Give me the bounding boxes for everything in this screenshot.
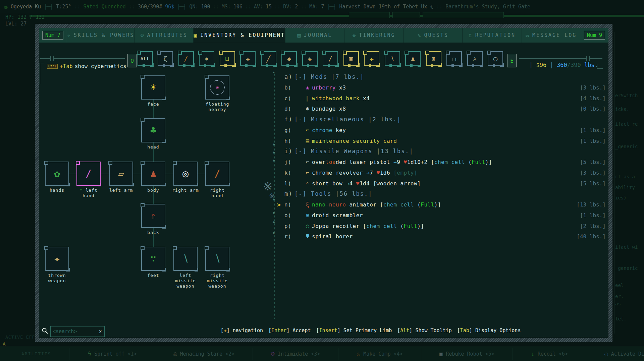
text-segment: ♥ (356, 180, 360, 187)
text-segment: droid scrambler (312, 212, 363, 219)
filter-missile-weapons[interactable]: ∖ (385, 51, 400, 66)
equipment-slot-thrown-weapon[interactable]: ✦ (45, 247, 69, 271)
tab-quests[interactable]: ✎QUESTS (403, 28, 462, 43)
search-input[interactable] (51, 328, 99, 335)
inventory-item-row[interactable]: l)⌒short bow →4 ♥1d4 [wooden arrow][5 lb… (284, 178, 606, 189)
tab-tinkering[interactable]: ⚒TINKERING (344, 28, 403, 43)
corner-tick (328, 64, 330, 67)
equipment-slot-feet[interactable]: ∵ (141, 247, 165, 271)
filter-applicators-icon: ✚ (246, 55, 250, 63)
bracket: ] (337, 327, 343, 334)
divider (597, 68, 603, 69)
inventory-item-row[interactable]: g)⌐chrome key[1 lbs.] (284, 125, 606, 136)
bracket: ] (286, 327, 292, 334)
filter-rings[interactable]: ◯ (488, 51, 503, 66)
equipment-slot-right-missile-weapon[interactable]: ∖ (205, 247, 229, 271)
filter-preserves-jar[interactable]: ⊔ (220, 51, 235, 66)
item-name: droid scrambler (312, 212, 363, 219)
filter-tonics[interactable]: ✚ (364, 51, 379, 66)
equipment-slot-left-missile-weapon[interactable]: ∖ (173, 247, 198, 271)
slot-label-line: left arm (103, 188, 140, 193)
filter-wands[interactable]: ∕ (323, 51, 338, 66)
equipment-slot-right-hand[interactable]: ∕ (205, 162, 229, 186)
equipment-slot-left-arm[interactable]: ▱ (109, 162, 133, 186)
item-name: bandage x8 (312, 106, 346, 112)
filter-creature-parts[interactable]: ✶ (199, 51, 214, 66)
tab-inventory-equipment[interactable]: ▣INVENTORY & EQUIPMENT (193, 28, 285, 43)
equipment-slot-left-hand[interactable]: ∕ (76, 162, 101, 186)
inventory-item-row[interactable]: c)∥witchwood bark x4[4 lbs.] (284, 93, 606, 104)
item-hotkey-letter: c) (284, 93, 294, 104)
text-segment: ( (397, 223, 404, 229)
inventory-item-row[interactable]: >n)ξnano-neuro animator [chem cell (Full… (284, 199, 606, 210)
equipment-slot-head[interactable]: ♣ (141, 118, 165, 142)
text-segment: chem cell (383, 201, 414, 208)
tab-attributes[interactable]: ☺ATTRIBUTES (134, 28, 193, 43)
divider-ornament: ◆ (273, 231, 275, 235)
tab-message-log[interactable]: ✉MESSAGE LOG (522, 28, 581, 43)
inventory-item-row[interactable]: j)⌐overloaded laser pistol →9 ♥1d10+2 [c… (284, 157, 606, 168)
inventory-item-row[interactable]: k)⌐chrome revolver →7 ♥1d6 [empty][3 lbs… (284, 168, 606, 178)
inventory-item-row[interactable]: b)❀urberry x3[3 lbs.] (284, 82, 606, 93)
corner-tick (431, 64, 433, 67)
equipment-slot-face[interactable]: ☀ (141, 75, 165, 100)
inventory-category-row[interactable]: m)[-] Tools |56 lbs.| (284, 189, 606, 199)
text-segment: → (346, 180, 349, 187)
inventory-item-row[interactable]: r)Ψspiral borer[40 lbs.] (284, 231, 606, 242)
bracket: [ (221, 327, 224, 334)
text-segment: ( (414, 201, 421, 208)
filter-bones[interactable]: ╱ (261, 51, 276, 66)
slot-label-line: weapon (199, 284, 236, 289)
inventory-item-row[interactable]: p)◎Joppa recoiler [chem cell (Full)][2 l… (284, 221, 606, 232)
tab-journal[interactable]: ▤JOURNAL (285, 28, 344, 43)
filter-figurines[interactable]: ♟ (405, 51, 421, 66)
equipment-slot-floating-nearby[interactable]: ✳ (205, 75, 229, 100)
inventory-category-row[interactable]: f)[-] Miscellaneous |2 lbs.| (284, 114, 606, 125)
inventory-category-row[interactable]: i)[-] Missile Weapons |13 lbs.| (284, 146, 606, 157)
filter-applicators[interactable]: ✚ (240, 51, 256, 66)
divider-ornament: ◆ (273, 220, 275, 224)
equipment-slot-body[interactable]: ♟ (141, 162, 165, 186)
divider-tree-ornament: ※ (263, 180, 273, 193)
filter-books[interactable]: ❏ (446, 51, 462, 66)
filter-torches[interactable]: ∕ (178, 51, 194, 66)
filter-armor[interactable]: ♙ (467, 51, 483, 66)
inventory-category-row[interactable]: a)[-] Meds |7 lbs.| (284, 72, 606, 82)
text-segment: ♥ (377, 170, 380, 176)
slot-label-line: hand (199, 193, 236, 198)
text-segment: 1d10+2 [ (407, 159, 434, 165)
tab-skills-powers-icon: ✧ (67, 32, 70, 39)
tab-label: REPUTATION (475, 32, 516, 38)
search-clear-button[interactable]: X (99, 329, 104, 334)
equipment-slot-back[interactable]: ⇑ (141, 204, 165, 228)
equipment-slot-hands[interactable]: ✿ (45, 162, 69, 186)
dpad-icon: ✚ (224, 327, 227, 334)
hands-item-icon: ✿ (54, 169, 60, 179)
inventory-item-row[interactable]: o)⊕droid scrambler[1 lbs.] (284, 210, 606, 221)
filter-trade-goods[interactable]: ◆ (281, 51, 297, 66)
back-item-icon: ⇑ (150, 211, 156, 221)
tab-skills-powers[interactable]: ✧SKILLS & POWERS (67, 28, 134, 43)
inventory-item-row[interactable]: h)▤maintenance security card[1 lbs.] (284, 136, 606, 146)
corner-tick (493, 64, 495, 67)
filter-chests[interactable]: ▣ (343, 51, 359, 66)
filter-artifacts[interactable]: ♜ (426, 51, 441, 66)
text-segment: → (366, 170, 370, 176)
inventory-item-row[interactable]: d)⊚bandage x8[0 lbs.] (284, 104, 606, 114)
filter-water-containers[interactable]: ◈ (302, 51, 318, 66)
equipment-slot-right-arm[interactable]: ◎ (173, 162, 198, 186)
item-name: [-] Miscellaneous |2 lbs.| (294, 116, 401, 123)
tab-reputation[interactable]: ♖REPUTATION (462, 28, 521, 43)
item-hotkey-letter: n) (284, 199, 294, 210)
filter-corpses[interactable]: ζ (158, 51, 173, 66)
filter-all-button[interactable]: ALL (138, 51, 153, 66)
item-hotkey-letter: j) (284, 157, 294, 168)
text-segment: )] (485, 159, 492, 165)
filter-wands-icon: ∕ (328, 55, 332, 63)
equipment-slot-label: face (135, 102, 172, 107)
tab-inventory-equipment-icon: ▣ (194, 32, 197, 39)
tab-label: INVENTORY & EQUIPMENT (200, 32, 285, 38)
keyhint-enter: [Enter] Accept (268, 327, 311, 334)
corner-tick (307, 64, 309, 67)
slot-label-line: right (199, 273, 236, 278)
